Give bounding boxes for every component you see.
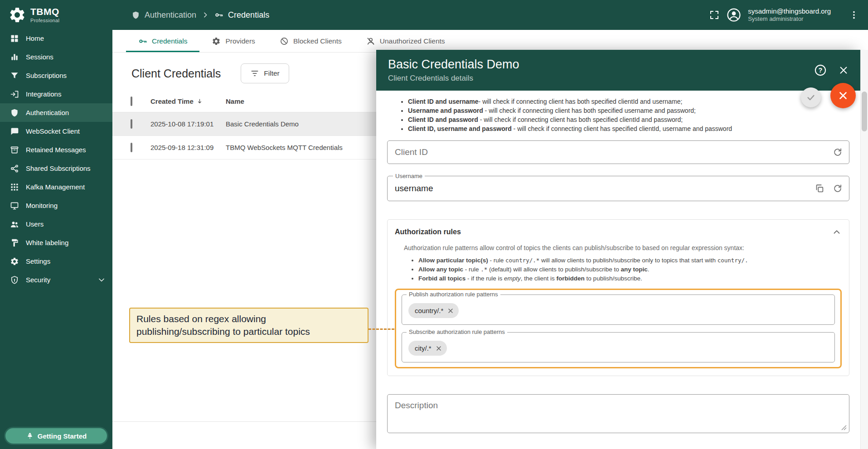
- chevron-up-icon[interactable]: [832, 227, 842, 237]
- panel-body: Client ID and username- will check if co…: [376, 91, 860, 449]
- sidebar-item-white-labeling[interactable]: White labeling: [0, 233, 112, 252]
- sidebar-item-label: Sessions: [26, 53, 106, 61]
- user-email: sysadmin@thingsboard.org: [748, 7, 831, 16]
- info-bullet: Client ID and username- will check if co…: [408, 97, 849, 106]
- annotation-connector-line: [369, 328, 394, 330]
- credentials-key-icon: [138, 37, 147, 46]
- username-input[interactable]: [388, 176, 849, 201]
- sidebar-item-label: Kafka Management: [26, 183, 106, 191]
- chip-remove-icon[interactable]: [435, 345, 442, 352]
- rocket-icon: [26, 432, 34, 440]
- funnel-icon: [10, 71, 19, 80]
- tab-bar: Credentials Providers Blocked Clients Un…: [112, 30, 868, 53]
- resize-handle-icon[interactable]: [841, 425, 847, 430]
- sidebar-item-users[interactable]: Users: [0, 215, 112, 233]
- sidebar-item-authentication[interactable]: Authentication: [0, 103, 112, 122]
- chat-icon: [10, 127, 19, 136]
- annotation-callout: Rules based on regex allowing publishing…: [129, 308, 369, 343]
- username-field: Username: [387, 176, 849, 201]
- page-title: Client Credentials: [131, 67, 221, 80]
- breadcrumb-item-credentials[interactable]: Credentials: [214, 10, 269, 20]
- scrollbar-thumb[interactable]: [862, 92, 867, 131]
- description-textarea[interactable]: [388, 395, 849, 433]
- sidebar-item-websocket-client[interactable]: WebSocket Client: [0, 122, 112, 140]
- sidebar-item-sessions[interactable]: Sessions: [0, 48, 112, 66]
- sidebar: TBMQ Professional Home Sessions Subscrip…: [0, 0, 112, 449]
- filter-icon: [250, 69, 259, 78]
- sidebar-item-label: Settings: [26, 257, 106, 265]
- highlighted-rule-patterns-group: Publish authorization rule patterns coun…: [395, 289, 842, 368]
- sidebar-item-label: Monitoring: [26, 202, 106, 209]
- tab-label: Credentials: [152, 37, 187, 45]
- chip-remove-icon[interactable]: [447, 307, 454, 314]
- filter-button-label: Filter: [264, 69, 279, 77]
- tab-unauthorized-clients[interactable]: Unauthorized Clients: [354, 30, 457, 52]
- sidebar-item-monitoring[interactable]: Monitoring: [0, 196, 112, 215]
- auth-rule-bullet: Forbid all topics - if the rule is empty…: [418, 274, 842, 283]
- sidebar-item-settings[interactable]: Settings: [0, 252, 112, 270]
- publish-patterns-fieldset[interactable]: Publish authorization rule patterns coun…: [402, 295, 835, 325]
- close-icon[interactable]: [839, 65, 849, 75]
- pattern-chip[interactable]: city/.*: [408, 341, 447, 356]
- users-icon: [10, 220, 19, 229]
- sidebar-item-label: WebSocket Client: [26, 127, 106, 135]
- filter-button[interactable]: Filter: [241, 63, 289, 83]
- row-checkbox[interactable]: [131, 119, 132, 129]
- chevron-down-icon: [97, 275, 106, 285]
- fullscreen-icon[interactable]: [709, 10, 720, 20]
- subscribe-patterns-fieldset[interactable]: Subscribe authorization rule patterns ci…: [402, 332, 835, 362]
- sidebar-item-label: White labeling: [26, 239, 106, 246]
- user-role: System administrator: [748, 15, 831, 23]
- table-header-created-time[interactable]: Created Time: [150, 97, 194, 105]
- topbar: Authentication Credentials sysadmin@thin…: [112, 0, 868, 30]
- sidebar-item-retained-messages[interactable]: Retained Messages: [0, 140, 112, 159]
- tbmq-logo-icon: [8, 6, 26, 24]
- pattern-chip[interactable]: country/.*: [408, 303, 459, 318]
- tbmq-logo[interactable]: TBMQ Professional: [0, 0, 112, 29]
- panel-scrollbar[interactable]: [860, 50, 868, 449]
- row-checkbox[interactable]: [131, 143, 132, 152]
- sessions-chart-icon: [10, 53, 19, 62]
- gear-icon: [212, 37, 221, 46]
- shield-icon: [131, 11, 140, 19]
- getting-started-button[interactable]: Getting Started: [5, 428, 107, 444]
- info-bullet: Username and password - will check if co…: [408, 106, 849, 115]
- description-field: [387, 394, 849, 433]
- client-id-input[interactable]: [388, 141, 849, 164]
- kebab-menu-icon[interactable]: [849, 10, 859, 20]
- sidebar-item-subscriptions[interactable]: Subscriptions: [0, 66, 112, 85]
- tab-label: Providers: [225, 37, 255, 45]
- security-shield-icon: [10, 275, 19, 285]
- shield-icon: [10, 108, 19, 117]
- tab-blocked-clients[interactable]: Blocked Clients: [267, 30, 354, 52]
- sidebar-item-integrations[interactable]: Integrations: [0, 85, 112, 103]
- authorization-rules-list: Allow particular topic(s) - rule country…: [395, 256, 842, 283]
- sort-desc-icon[interactable]: [196, 98, 203, 105]
- sidebar-item-home[interactable]: Home: [0, 29, 112, 48]
- tab-providers[interactable]: Providers: [199, 30, 267, 52]
- sidebar-item-kafka-management[interactable]: Kafka Management: [0, 178, 112, 196]
- user-avatar[interactable]: [726, 7, 742, 23]
- sidebar-item-shared-subscriptions[interactable]: Shared Subscriptions: [0, 159, 112, 178]
- tab-label: Unauthorized Clients: [380, 37, 445, 45]
- refresh-icon[interactable]: [833, 183, 843, 193]
- sidebar-item-security[interactable]: Security: [0, 270, 112, 289]
- sidebar-item-label: Authentication: [26, 109, 106, 116]
- paint-icon: [10, 238, 19, 247]
- credentials-key-icon: [214, 10, 223, 19]
- authorization-rules-title: Authorization rules: [395, 228, 461, 236]
- cancel-fab-button[interactable]: [830, 83, 856, 108]
- breadcrumb-item-authentication[interactable]: Authentication: [131, 10, 196, 20]
- refresh-icon[interactable]: [833, 147, 843, 157]
- select-all-checkbox[interactable]: [131, 97, 132, 106]
- cell-created-time: 2025-10-08 17:19:01: [150, 120, 226, 128]
- panel-header: Basic Credentials Demo Client Credential…: [376, 50, 860, 91]
- tab-credentials[interactable]: Credentials: [126, 30, 199, 52]
- copy-icon[interactable]: [815, 183, 824, 193]
- help-icon[interactable]: ?: [814, 64, 827, 77]
- save-fab-button[interactable]: [801, 87, 821, 107]
- sidebar-item-label: Subscriptions: [26, 72, 106, 79]
- sidebar-item-label: Retained Messages: [26, 146, 106, 154]
- sidebar-item-label: Users: [26, 220, 106, 228]
- panel-subtitle: Client Credentials details: [388, 74, 519, 83]
